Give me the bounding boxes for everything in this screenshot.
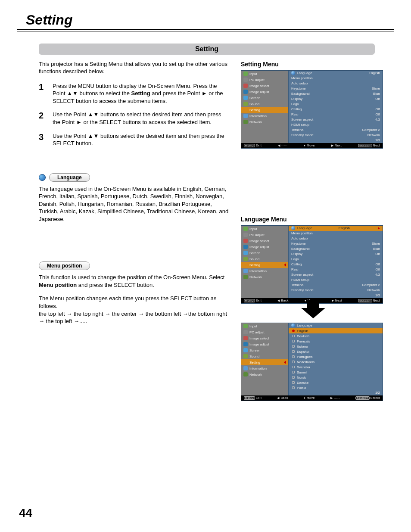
osd-setting-row[interactable]: Menu position — [289, 76, 383, 81]
osd-language-option[interactable]: Svenska — [289, 364, 383, 370]
osd-language-option[interactable]: Deutsch — [289, 333, 383, 339]
osd-language-option[interactable]: Français — [289, 339, 383, 344]
osd-menu-item[interactable]: Network — [241, 371, 288, 377]
osd-menu-label: Network — [249, 373, 262, 376]
osd-setting-value: 4:3 — [375, 118, 380, 122]
osd-menu-item[interactable]: Input — [241, 71, 288, 77]
osd-setting-value: On — [375, 97, 380, 101]
osd-right-panel: LanguageEnglishDeutschFrançaisItalianoEs… — [289, 323, 383, 395]
osd-setting-row[interactable]: BackgroundBlue — [289, 91, 383, 96]
osd-bar-select[interactable]: SELECTNext — [358, 144, 380, 147]
osd-setting-row[interactable]: TerminalComputer 2 — [289, 128, 383, 133]
osd-menu-item[interactable]: Setting — [241, 359, 288, 365]
osd-setting-row[interactable]: Auto setup — [289, 236, 383, 241]
osd-setting-row[interactable]: Menu position — [289, 231, 383, 236]
osd-setting-row[interactable]: HDMI setup — [289, 277, 383, 283]
osd-menu-item[interactable]: Image adjust — [241, 89, 288, 95]
osd-bar-next[interactable]: ▶ Next — [331, 144, 342, 147]
osd-setting-label: Ceiling — [291, 107, 302, 112]
osd-bar-exit[interactable]: MENUExit — [244, 396, 262, 400]
osd-setting-row[interactable]: 1/3 — [289, 138, 383, 143]
osd-menu-item[interactable]: PC adjust — [241, 329, 288, 335]
osd-menu-item[interactable]: Information — [241, 365, 288, 371]
osd-menu-item[interactable]: PC adjust — [241, 77, 288, 83]
osd-menu-item[interactable]: Image select — [241, 83, 288, 89]
osd-bar-select[interactable]: SELECTSelect — [355, 396, 380, 400]
osd-setting-row[interactable]: CeilingOff — [289, 262, 383, 267]
osd-menu-item[interactable]: Screen — [241, 95, 288, 101]
osd-menu-item[interactable]: Input — [241, 323, 288, 329]
osd-bar-exit[interactable]: MENUExit — [244, 144, 262, 147]
osd-menu-icon — [243, 348, 248, 352]
osd-setting-row[interactable]: LanguageEnglish — [289, 226, 383, 231]
step-3: 3 Use the Point ▲▼ buttons select the de… — [39, 132, 230, 147]
osd-bar-back[interactable]: ◀ ----- — [278, 144, 287, 147]
osd-setting-row[interactable]: TerminalComputer 2 — [289, 283, 383, 288]
osd-setting-row[interactable]: LanguageEnglish — [289, 71, 383, 76]
osd-menu-item[interactable]: Image select — [241, 238, 288, 244]
osd-bar-move[interactable]: ♦ Move — [304, 396, 315, 400]
osd-language-option[interactable]: English — [289, 328, 383, 333]
osd-setting-row[interactable]: DisplayOn — [289, 96, 383, 102]
radio-icon — [292, 335, 295, 337]
osd-language-option[interactable]: Danske — [289, 380, 383, 385]
osd-menu-item[interactable]: Input — [241, 226, 288, 232]
osd-menu-label: Image select — [249, 336, 269, 340]
osd-menu-label: Information — [249, 114, 267, 118]
osd-bar-next[interactable]: ▶ Next — [332, 299, 342, 302]
osd-menu-item[interactable]: Image select — [241, 335, 288, 341]
osd-menu-item[interactable]: Network — [241, 119, 288, 125]
osd-bar-select[interactable]: SELECTNext — [358, 299, 380, 302]
osd-menu-item[interactable]: Sound — [241, 353, 288, 359]
osd-language-option[interactable]: Nederlands — [289, 359, 383, 364]
osd-menu-item[interactable]: Setting — [241, 262, 288, 268]
osd-menu-label: Information — [249, 269, 267, 273]
osd-language-option[interactable]: Português — [289, 354, 383, 359]
osd-menu-label: PC adjust — [249, 330, 265, 334]
osd-menu-item[interactable]: Information — [241, 113, 288, 119]
osd-menu-item[interactable]: Screen — [241, 250, 288, 256]
osd-setting-row[interactable]: Standby modeNetwork — [289, 288, 383, 293]
osd-setting-row[interactable]: 1/3 — [289, 293, 383, 298]
osd-setting-row[interactable]: KeystoneStore — [289, 86, 383, 91]
osd-language-option[interactable]: Norsk — [289, 375, 383, 380]
osd-language-option[interactable]: Español — [289, 349, 383, 354]
osd-setting-row[interactable]: Standby modeNetwork — [289, 133, 383, 138]
osd-language-header: Language — [289, 323, 383, 328]
osd-setting-row[interactable]: Auto setup — [289, 81, 383, 86]
osd-setting-row[interactable]: BackgroundBlue — [289, 246, 383, 252]
osd-menu-item[interactable]: Sound — [241, 101, 288, 107]
osd-setting-row[interactable]: RearOff — [289, 112, 383, 117]
osd-left-menu: InputPC adjustImage selectImage adjustSc… — [241, 323, 289, 395]
osd-bar-move[interactable]: ♦ Move — [304, 144, 315, 147]
osd-language-label: Svenska — [297, 365, 310, 369]
osd-menu-item[interactable]: Image adjust — [241, 341, 288, 347]
osd-setting-row[interactable]: CeilingOff — [289, 107, 383, 112]
osd-setting-row[interactable]: HDMI setup — [289, 122, 383, 128]
osd-setting-row[interactable]: Logo — [289, 257, 383, 262]
osd-menu-item[interactable]: Information — [241, 268, 288, 274]
osd-language-option[interactable]: Italiano — [289, 344, 383, 349]
osd-menu-item[interactable]: Network — [241, 274, 288, 280]
osd-setting-row[interactable]: Screen aspect4:3 — [289, 117, 383, 122]
osd-setting-row[interactable]: DisplayOn — [289, 252, 383, 257]
osd-bar-exit[interactable]: MENUExit — [244, 299, 262, 302]
osd-menu-item[interactable]: Setting — [241, 107, 288, 113]
osd-menu-item[interactable]: Sound — [241, 256, 288, 262]
osd-bar-back[interactable]: ◀ Back — [277, 299, 289, 302]
osd-menu-icon — [243, 102, 248, 106]
step-text: Use the Point ▲▼ buttons to select the d… — [53, 111, 230, 126]
osd-setting-row[interactable]: RearOff — [289, 267, 383, 272]
osd-menu-item[interactable]: Image adjust — [241, 244, 288, 250]
osd-language-option[interactable]: Polski — [289, 385, 383, 390]
osd-language-option[interactable]: Suomi — [289, 370, 383, 375]
osd-menu-icon — [243, 96, 248, 100]
osd-setting-row[interactable]: Screen aspect4:3 — [289, 272, 383, 277]
osd-bar-back[interactable]: ◀ Back — [277, 396, 288, 400]
osd-menu-item[interactable]: PC adjust — [241, 232, 288, 238]
osd-menu-item[interactable]: Screen — [241, 347, 288, 353]
radio-icon — [292, 345, 295, 348]
osd-bar-next[interactable]: ▶ ----- — [330, 396, 340, 400]
osd-setting-row[interactable]: KeystoneStore — [289, 241, 383, 246]
osd-setting-row[interactable]: Logo — [289, 102, 383, 107]
